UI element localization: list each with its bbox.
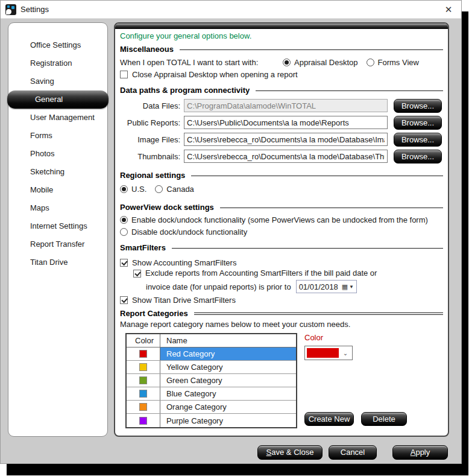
- section-heading: PowerView dock settings: [120, 203, 214, 212]
- checkbox-show-titan-smartfilters[interactable]: Show Titan Drive SmartFilters: [120, 294, 443, 306]
- column-header-color: Color: [127, 334, 160, 347]
- checkbox-exclude-reports[interactable]: Exclude reports from Accounting SmartFil…: [133, 268, 443, 279]
- category-row-orange[interactable]: Orange Category: [127, 401, 296, 414]
- radio-icon: [283, 59, 291, 66]
- color-dropdown[interactable]: ⌄: [304, 346, 353, 360]
- close-icon[interactable]: ✕: [441, 3, 456, 16]
- image-files-label: Image Files:: [120, 135, 184, 144]
- checkbox-label: Close Appraisal Desktop when opening a r…: [132, 70, 298, 79]
- sidebar-item-saving[interactable]: Saving: [8, 72, 107, 90]
- radio-icon: [120, 216, 128, 224]
- public-reports-input[interactable]: [184, 116, 388, 129]
- color-swatch: [139, 376, 147, 384]
- radio-label: Forms View: [378, 58, 419, 67]
- delete-button[interactable]: Delete: [361, 412, 407, 426]
- sidebar-item-photos[interactable]: Photos: [8, 145, 107, 163]
- category-name: Blue Category: [160, 387, 296, 400]
- image-files-browse-button[interactable]: Browse...: [394, 133, 442, 147]
- category-row-yellow[interactable]: Yellow Category: [127, 361, 296, 374]
- title-bar: Settings ✕: [1, 1, 461, 19]
- checkbox-icon: [120, 296, 128, 304]
- section-rule: [220, 208, 443, 208]
- thumbnails-label: Thumbnails:: [120, 152, 184, 161]
- checkbox-label: Show Accounting SmartFilters: [132, 258, 236, 267]
- category-name: Yellow Category: [160, 361, 296, 373]
- radio-label: Canada: [166, 185, 194, 194]
- general-settings-panel: Configure your general options below. Mi…: [114, 22, 449, 437]
- radio-enable-dock[interactable]: Enable dock/undock functionality (some P…: [120, 214, 443, 226]
- checkbox-icon: [120, 71, 128, 78]
- public-reports-label: Public Reports:: [120, 118, 184, 127]
- settings-sidebar: Office Settings Registration Saving Gene…: [8, 22, 108, 437]
- section-report-categories: Report Categories: [120, 308, 443, 319]
- section-heading: SmartFilters: [120, 243, 166, 252]
- section-regional: Regional settings: [120, 170, 443, 180]
- save-close-button[interactable]: Save & Close: [257, 445, 323, 460]
- sidebar-item-office-settings[interactable]: Office Settings: [8, 36, 107, 54]
- radio-forms-view[interactable]: Forms View: [367, 58, 419, 67]
- public-reports-browse-button[interactable]: Browse...: [394, 116, 442, 130]
- category-table: Color Name Red Category Yellow Category …: [125, 333, 297, 428]
- section-rule: [191, 176, 443, 176]
- category-row-purple[interactable]: Purple Category: [127, 414, 296, 427]
- section-data-paths: Data paths & program connectivity: [120, 85, 443, 95]
- sidebar-item-report-transfer[interactable]: Report Transfer: [8, 235, 107, 253]
- data-files-label: Data Files:: [120, 101, 184, 110]
- sidebar-item-forms[interactable]: Forms: [8, 127, 107, 145]
- sidebar-item-mobile[interactable]: Mobile: [8, 181, 107, 199]
- category-row-green[interactable]: Green Category: [127, 374, 296, 387]
- section-heading: Miscellaneous: [120, 45, 174, 54]
- dropdown-arrow-icon: ▼: [349, 284, 354, 290]
- sidebar-item-user-management[interactable]: User Management: [8, 109, 107, 127]
- footer-button-bar: Save & Close Cancel Apply: [257, 445, 448, 460]
- radio-label: Enable dock/undock functionality (some P…: [131, 215, 428, 224]
- checkbox-icon: [133, 270, 141, 278]
- category-row-blue[interactable]: Blue Category: [127, 387, 296, 401]
- sidebar-item-maps[interactable]: Maps: [8, 199, 107, 217]
- selected-color-swatch: [307, 348, 339, 358]
- radio-appraisal-desktop[interactable]: Appraisal Desktop: [283, 58, 358, 67]
- section-heading: Report Categories: [120, 309, 188, 318]
- color-swatch: [139, 350, 147, 358]
- radio-canada[interactable]: Canada: [155, 185, 194, 194]
- column-header-name: Name: [160, 336, 296, 345]
- image-files-input[interactable]: [184, 133, 388, 146]
- category-name: Red Category: [160, 347, 296, 360]
- section-rule-double: [194, 313, 443, 315]
- panel-top-bar: [115, 24, 448, 29]
- data-files-browse-button[interactable]: Browse...: [394, 99, 442, 113]
- category-table-header: Color Name: [127, 334, 296, 347]
- radio-us[interactable]: U.S.: [120, 185, 146, 194]
- exclude-date-picker[interactable]: 01/01/2018 ▦ ▼: [296, 280, 357, 293]
- checkbox-label: Show Titan Drive SmartFilters: [132, 296, 236, 305]
- checkbox-icon: [120, 259, 128, 267]
- section-rule: [180, 49, 443, 50]
- radio-label: Disable dock/undock functionality: [131, 227, 247, 236]
- sidebar-item-registration[interactable]: Registration: [8, 54, 107, 72]
- color-swatch: [139, 403, 147, 411]
- window-title: Settings: [20, 5, 49, 14]
- color-swatch: [139, 390, 147, 398]
- data-files-input: [184, 99, 388, 112]
- sidebar-item-titan-drive[interactable]: Titan Drive: [8, 253, 107, 271]
- radio-icon: [120, 228, 128, 236]
- create-new-button[interactable]: Create New: [304, 412, 354, 426]
- settings-dialog: Settings ✕ Office Settings Registration …: [0, 0, 462, 464]
- category-row-red[interactable]: Red Category: [127, 347, 296, 361]
- category-name: Orange Category: [160, 401, 296, 413]
- category-name: Purple Category: [160, 414, 296, 427]
- thumbnails-browse-button[interactable]: Browse...: [394, 150, 442, 163]
- checkbox-close-appraisal-desktop[interactable]: Close Appraisal Desktop when opening a r…: [120, 68, 443, 80]
- checkbox-show-accounting-smartfilters[interactable]: Show Accounting SmartFilters: [120, 256, 443, 268]
- app-logo-icon: [5, 4, 16, 15]
- radio-label: Appraisal Desktop: [294, 58, 358, 67]
- thumbnails-input[interactable]: [184, 150, 388, 163]
- radio-disable-dock[interactable]: Disable dock/undock functionality: [120, 226, 443, 238]
- cancel-button[interactable]: Cancel: [329, 445, 377, 460]
- sidebar-item-sketching[interactable]: Sketching: [8, 163, 107, 181]
- sidebar-item-internet-settings[interactable]: Internet Settings: [8, 217, 107, 235]
- sidebar-item-general[interactable]: General: [7, 90, 109, 109]
- color-picker-label: Color: [304, 333, 413, 344]
- color-swatch: [139, 363, 147, 371]
- apply-button[interactable]: Apply: [392, 445, 448, 460]
